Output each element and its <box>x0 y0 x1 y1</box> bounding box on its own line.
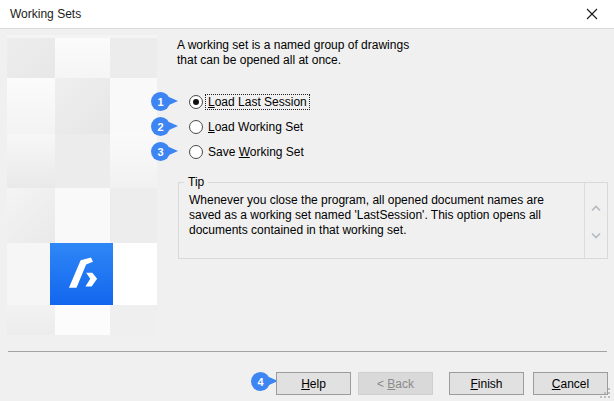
radio-load-last-session[interactable] <box>189 95 203 109</box>
callout-badge-1-number: 1 <box>157 96 163 108</box>
separator-line <box>8 351 607 352</box>
close-icon <box>586 8 598 20</box>
callout-badge-3-number: 3 <box>157 146 163 158</box>
callout-badge-2-number: 2 <box>157 121 163 133</box>
intro-text: A working set is a named group of drawin… <box>177 38 409 68</box>
bricscad-logo <box>50 243 113 305</box>
scroll-down-icon[interactable] <box>591 225 601 243</box>
focus-rectangle: Load Last Session <box>205 94 310 110</box>
intro-line-1: A working set is a named group of drawin… <box>177 38 409 53</box>
title-bar[interactable]: Working Sets <box>0 0 614 29</box>
tip-scrollbar[interactable] <box>584 183 607 258</box>
cancel-button[interactable]: Cancel <box>533 372 608 395</box>
tip-text: Whenever you close the program, all open… <box>189 193 577 238</box>
close-button[interactable] <box>578 3 606 25</box>
callout-badge-3: 3 <box>151 142 170 161</box>
dialog-title: Working Sets <box>10 0 81 28</box>
radio-save-working-set[interactable] <box>189 145 203 159</box>
radio-label-load-last-session[interactable]: Load Last Session <box>208 95 310 109</box>
intro-line-2: that can be opened all at once. <box>177 53 409 68</box>
radio-selected-dot <box>193 99 199 105</box>
callout-badge-4: 4 <box>251 372 270 391</box>
wizard-banner <box>7 35 157 335</box>
tip-groupbox: Whenever you close the program, all open… <box>178 182 608 259</box>
radio-label-save-working-set[interactable]: Save Working Set <box>208 145 304 159</box>
radio-load-working-set[interactable] <box>189 120 203 134</box>
tip-groupbox-title: Tip <box>184 175 208 189</box>
callout-badge-4-number: 4 <box>257 376 263 388</box>
working-sets-dialog: Working Sets <box>0 0 614 401</box>
help-button[interactable]: Help <box>276 372 351 395</box>
bricscad-logo-icon <box>60 252 104 296</box>
callout-badge-2: 2 <box>151 117 170 136</box>
back-button[interactable]: < Back <box>358 372 433 395</box>
resize-grip[interactable] <box>600 388 611 399</box>
finish-button[interactable]: Finish <box>449 372 524 395</box>
callout-badge-1: 1 <box>151 92 170 111</box>
radio-label-load-working-set[interactable]: Load Working Set <box>208 120 303 134</box>
scroll-up-icon[interactable] <box>591 198 601 216</box>
